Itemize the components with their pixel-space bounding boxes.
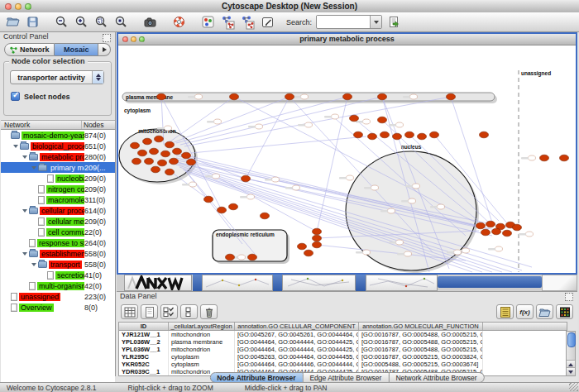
network-view-icon [220,15,236,30]
document-icon [38,185,45,194]
table-row[interactable]: YLR295Ccytoplasm[GO:0045263, GO:0044464,… [119,353,567,361]
expand-arrow-icon[interactable] [22,155,27,159]
search-options-button[interactable] [370,16,381,28]
background-window-preview-2[interactable] [282,275,356,291]
document-icon [11,304,17,312]
tree-header-network[interactable]: Network [1,121,82,129]
function-builder-button[interactable]: f(x) [516,304,534,319]
zoom-selected-button[interactable] [93,14,109,30]
background-window-edge[interactable] [356,275,366,291]
zoom-fit-button[interactable] [113,14,129,30]
scrollbar-thumb[interactable] [567,332,576,347]
save-floppy-icon [26,15,40,29]
attribute-list-button[interactable] [496,304,514,319]
search-input[interactable] [317,16,370,26]
create-network-view-button[interactable] [220,14,236,30]
resize-grip[interactable] [569,382,578,391]
background-window-preview-1[interactable] [202,275,273,291]
node-color-dropdown[interactable]: transporter activity [10,70,104,84]
table-row[interactable]: YJR121W__1mitochondrion[GO:0045267, GO:0… [119,331,567,338]
tree-item-overview[interactable]: Overview8(0) [1,302,115,313]
expand-arrow-icon[interactable] [31,166,36,170]
column-header[interactable]: _cellularLayoutRegion [169,323,235,330]
tab-mosaic[interactable]: Mosaic [55,43,98,56]
unselect-attributes-button[interactable] [180,304,198,319]
tree-item-macromolecule[interactable]: macromolecule311(0) [1,194,115,205]
column-header[interactable]: ID [119,323,169,330]
background-window-preview-3[interactable] [366,275,438,291]
window-resize-corner[interactable] [542,275,577,291]
import-attributes-button[interactable] [536,304,553,319]
tree-item-label: nitrogen compo [46,185,84,194]
float-panel-icon[interactable] [103,34,111,42]
tree-item-nitrogen-compo[interactable]: nitrogen compo209(0) [1,184,115,194]
unchecked-attributes-icon [184,307,195,318]
tree-item-primary-metabo[interactable]: primary metabo209(... [1,162,115,173]
tree-item-multi-organism-pro[interactable]: multi-organism pro42(0) [1,280,115,291]
table-row[interactable]: YKR052Ccytoplasm[GO:0044464, GO:0044446,… [119,361,567,368]
zoom-in-button[interactable] [74,14,89,30]
expand-arrow-icon[interactable] [22,252,27,256]
tab-network[interactable]: Network [4,43,55,56]
background-window-edge[interactable] [273,275,282,291]
background-window-titlebar[interactable] [438,276,542,288]
save-session-button[interactable] [25,14,41,30]
tree-item-unassigned[interactable]: unassigned223(0) [1,291,115,302]
annotation-button[interactable] [260,14,275,30]
table-row[interactable]: YPL036W__2plasma membrane[GO:0044464, GO… [119,338,567,346]
column-header[interactable]: annotation.GO CELLULAR_COMPONENT [235,323,359,330]
control-panel: Control Panel Network Mosaic Node color … [0,32,116,376]
tree-item-transport[interactable]: transport558(0) [1,259,115,270]
nucleus-label: nucleus [401,144,422,150]
select-attributes-button[interactable] [160,304,178,319]
expand-arrow-icon[interactable] [31,263,36,266]
vizmapper-button[interactable] [200,14,216,30]
tree-item-label: primary metabo [49,164,84,172]
import-attributes-toolbar-button[interactable] [386,14,402,30]
cytoscape-window: Cytoscape Desktop (New Session) Search: … [0,0,579,392]
data-panel-header: Data Panel [117,292,577,302]
network-tab-icon [10,46,17,54]
document-icon [29,239,36,247]
tree-item-mosaic-demo-yeast[interactable]: mosaic-demo-yeast874(0) [1,130,115,141]
tree-item-cellular-metabo[interactable]: cellular metabo209(0) [1,216,115,227]
tree-item-response-to-stimulu[interactable]: response to stimulu264(0) [1,237,115,248]
column-header[interactable]: annotation.GO MOLECULAR_FUNCTION [359,323,483,330]
table-cell: YJR121W__1 [119,331,169,338]
matrix-view-button[interactable] [556,304,573,319]
tab-overflow-button[interactable] [98,43,111,56]
open-session-button[interactable] [5,14,21,30]
attribute-table-header[interactable]: ID_cellularLayoutRegionannotation.GO CEL… [118,322,567,331]
tree-item-cell-communicat[interactable]: cell communicat22(0) [1,227,115,237]
table-row[interactable]: YPL036W__1mitochondrion[GO:0044464, GO:0… [119,346,567,353]
tree-item-nucleobase-[interactable]: nucleobase-209(0) [1,173,115,184]
tree-item-biological-process[interactable]: biological_process651(0) [1,141,115,151]
network-window-titlebar[interactable]: primary metabolic process [118,34,576,45]
expand-arrow-icon[interactable] [13,145,18,148]
network-tree: mosaic-demo-yeast874(0)biological_proces… [1,130,115,392]
tree-item-metabolic-process[interactable]: metabolic process280(0) [1,151,115,162]
scroll-down-button[interactable] [567,367,575,375]
plasma-membrane-region[interactable] [122,93,495,101]
tree-item-secretion[interactable]: secretion41(0) [1,270,115,280]
tree-item-label: cell communicat [46,228,84,237]
tree-header-nodes[interactable]: Nodes [82,121,115,129]
float-panel-icon[interactable] [565,293,573,301]
table-scrollbar[interactable] [566,331,576,376]
table-icon [124,307,136,318]
expand-arrow-icon[interactable] [22,209,27,213]
snapshot-button[interactable] [142,14,158,30]
destroy-network-view-button[interactable] [240,14,256,30]
select-all-attributes-button[interactable] [121,304,138,319]
folder-icon [29,251,38,257]
network-canvas[interactable]: plasma membrane cytoplasm mitochondrion … [118,45,576,274]
tree-item-establishment-of-lo[interactable]: establishment of lo558(0) [1,248,115,259]
delete-attribute-button[interactable] [200,304,218,319]
select-nodes-checkbox[interactable] [11,92,20,101]
help-button[interactable] [171,14,187,30]
background-window-zoomed-labels[interactable] [124,275,192,291]
tree-item-cellular-process[interactable]: cellular process614(0) [1,205,115,216]
background-window-edge[interactable] [193,275,202,291]
zoom-out-button[interactable] [54,14,69,30]
new-attribute-button[interactable] [141,304,158,319]
